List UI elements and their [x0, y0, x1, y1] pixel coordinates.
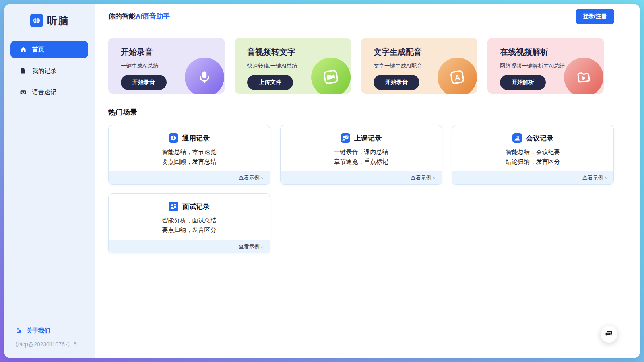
scene-card-body: 通用记录 智能总结，章节速览 要点回顾，发言总结 [109, 125, 270, 171]
view-example-link[interactable]: 查看示例 › [109, 240, 270, 253]
chat-support-button[interactable] [601, 326, 617, 343]
scene-card-class[interactable]: 上课记录 一键录音，课内总结 章节速览，重点标记 查看示例 › [280, 125, 442, 185]
feature-card-record: 开始录音 一键生成AI总结 开始录音 [108, 38, 225, 94]
sidebar-item-label: 首页 [32, 46, 44, 53]
sidebar-item-voice-notes[interactable]: 语音速记 [10, 84, 88, 101]
app-window: 听脑 首页 我的记录 [4, 4, 640, 358]
top-bar: 你的智能AI语音助手 登录/注册 [95, 4, 640, 29]
content-area: 开始录音 一键生成AI总结 开始录音 音视频转文字 快速转稿,一键AI总结 [95, 29, 640, 358]
sidebar-nav: 首页 我的记录 [4, 41, 95, 105]
feature-card-title: 在线视频解析 [500, 47, 604, 58]
feature-card-row: 开始录音 一键生成AI总结 开始录音 音视频转文字 快速转稿,一键AI总结 [108, 38, 626, 94]
app-name: 听脑 [47, 14, 69, 27]
sidebar-item-label: 我的记录 [32, 67, 56, 75]
feature-card-transcribe: 音视频转文字 快速转稿,一键AI总结 上传文件 [235, 38, 351, 94]
scene-card-title: 面试记录 [182, 202, 210, 211]
feature-card-tts: 文字生成配音 文字一键生成AI配音 开始录音 A [361, 38, 477, 94]
view-example-label: 查看示例 [411, 174, 431, 181]
scene-card-row-2: 面试记录 智能分析，面试总结 要点归纳，发言区分 查看示例 › [108, 193, 626, 253]
scene-card-title: 通用记录 [182, 134, 210, 143]
scene-card-interview[interactable]: 面试记录 智能分析，面试总结 要点归纳，发言区分 查看示例 › [108, 193, 270, 253]
upload-file-button[interactable]: 上传文件 [247, 75, 293, 90]
general-record-icon [169, 133, 178, 143]
scene-card-description: 智能分析，面试总结 要点归纳，发言区分 [117, 216, 262, 234]
scene-card-body: 上课记录 一键录音，课内总结 章节速览，重点标记 [281, 125, 442, 171]
scene-card-row-1: 通用记录 智能总结，章节速览 要点回顾，发言总结 查看示例 › [108, 125, 626, 185]
start-parse-button[interactable]: 开始解析 [500, 75, 546, 90]
scene-card-description: 一键录音，课内总结 章节速览，重点标记 [289, 147, 433, 166]
view-example-link[interactable]: 查看示例 › [109, 171, 270, 184]
scene-card-body: 面试记录 智能分析，面试总结 要点归纳，发言区分 [109, 194, 270, 240]
feature-card-title: 文字生成配音 [374, 47, 477, 58]
chevron-right-icon: › [261, 243, 263, 249]
chat-icon [605, 330, 613, 339]
scene-card-body: 会议记录 智能总结，会议纪要 结论归纳，发言区分 [452, 125, 613, 171]
title-prefix: 你的智能 [108, 12, 136, 20]
icp-number: 沪icp备2023011076号–6 [4, 341, 95, 348]
view-example-label: 查看示例 [239, 174, 260, 181]
view-example-link[interactable]: 查看示例 › [452, 171, 613, 184]
hot-scenes-heading: 热门场景 [108, 107, 626, 117]
brain-logo-icon [30, 14, 43, 27]
video-camera-icon [311, 58, 351, 94]
svg-text:A: A [454, 73, 461, 82]
chevron-right-icon: › [605, 175, 607, 181]
voice-memo-icon [20, 89, 27, 96]
feature-card-video-parse: 在线视频解析 网络视频一键解析并AI总结 开始解析 [487, 38, 604, 94]
about-us-label: 关于我们 [26, 327, 50, 335]
scene-card-title: 会议记录 [526, 134, 553, 143]
interview-record-icon [169, 202, 178, 211]
text-to-speech-icon: A [438, 58, 477, 94]
building-icon [15, 327, 22, 334]
view-example-link[interactable]: 查看示例 › [281, 171, 442, 184]
login-register-button[interactable]: 登录/注册 [576, 9, 614, 24]
document-icon [20, 68, 27, 74]
feature-card-title: 开始录音 [121, 47, 225, 58]
home-icon [20, 46, 27, 53]
microphone-icon [185, 58, 224, 94]
app-logo: 听脑 [4, 14, 95, 27]
about-us-link[interactable]: 关于我们 [4, 327, 95, 335]
chevron-right-icon: › [261, 175, 263, 181]
start-recording-button[interactable]: 开始录音 [121, 75, 167, 90]
view-example-label: 查看示例 [582, 174, 603, 181]
sidebar-item-home[interactable]: 首页 [10, 41, 88, 58]
sidebar: 听脑 首页 我的记录 [4, 4, 95, 358]
scene-card-meeting[interactable]: 会议记录 智能总结，会议纪要 结论归纳，发言区分 查看示例 › [452, 125, 614, 185]
scene-card-description: 智能总结，会议纪要 结论归纳，发言区分 [460, 147, 605, 166]
scene-card-general[interactable]: 通用记录 智能总结，章节速览 要点回顾，发言总结 查看示例 › [108, 125, 270, 185]
sidebar-item-label: 语音速记 [32, 88, 56, 96]
chevron-right-icon: › [433, 175, 435, 181]
title-highlight: AI语音助手 [136, 12, 170, 20]
sidebar-item-my-records[interactable]: 我的记录 [10, 62, 88, 79]
main-area: 你的智能AI语音助手 登录/注册 开始录音 一键生成AI总结 开始录音 [95, 4, 640, 358]
meeting-record-icon [512, 133, 522, 143]
scene-card-title: 上课记录 [354, 134, 382, 143]
view-example-label: 查看示例 [239, 243, 260, 250]
feature-card-title: 音视频转文字 [247, 47, 351, 58]
page-title: 你的智能AI语音助手 [108, 12, 170, 21]
scene-card-description: 智能总结，章节速览 要点回顾，发言总结 [117, 147, 262, 166]
start-dubbing-button[interactable]: 开始录音 [374, 75, 419, 90]
video-parse-icon [564, 58, 603, 94]
class-record-icon [341, 133, 350, 143]
